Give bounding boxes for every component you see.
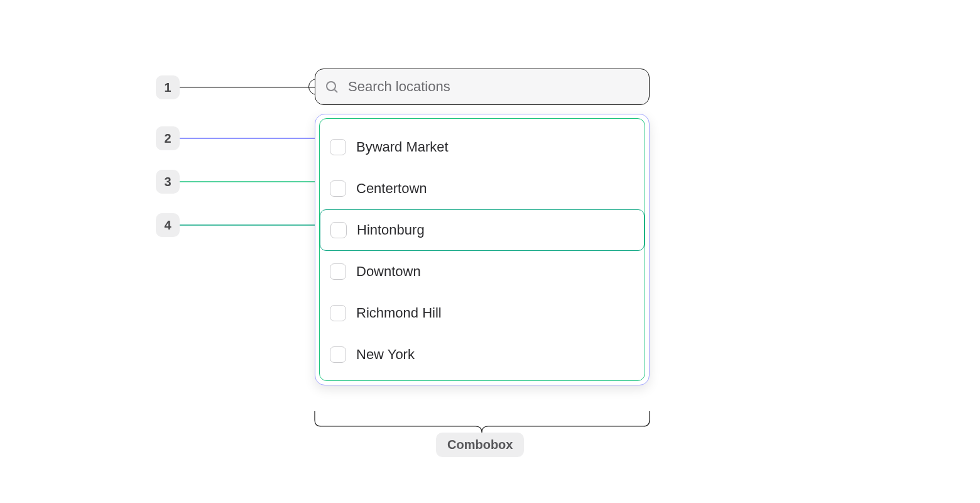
option-row[interactable]: New York bbox=[320, 334, 645, 375]
option-label: Hintonburg bbox=[357, 222, 425, 238]
annotation-badge-2: 2 bbox=[156, 126, 180, 150]
option-label: Byward Market bbox=[356, 139, 449, 155]
option-row[interactable]: Byward Market bbox=[320, 126, 645, 168]
component-caption: Combobox bbox=[436, 433, 524, 457]
option-label: Richmond Hill bbox=[356, 305, 442, 321]
option-row[interactable]: Downtown bbox=[320, 251, 645, 292]
option-checkbox[interactable] bbox=[330, 180, 346, 197]
option-checkbox[interactable] bbox=[330, 222, 347, 238]
annotation-badge-4: 4 bbox=[156, 213, 180, 237]
search-placeholder: Search locations bbox=[348, 79, 450, 95]
option-row[interactable]: Richmond Hill bbox=[320, 292, 645, 334]
option-checkbox[interactable] bbox=[330, 305, 346, 321]
option-label: New York bbox=[356, 346, 415, 363]
svg-point-4 bbox=[327, 82, 335, 91]
option-label: Centertown bbox=[356, 180, 427, 197]
option-checkbox[interactable] bbox=[330, 346, 346, 363]
option-checkbox[interactable] bbox=[330, 263, 346, 280]
annotation-badge-3: 3 bbox=[156, 170, 180, 194]
option-row[interactable]: Centertown bbox=[320, 168, 645, 209]
search-textfield[interactable]: Search locations bbox=[315, 69, 650, 105]
option-row[interactable]: Hintonburg bbox=[320, 209, 645, 251]
svg-line-5 bbox=[335, 90, 338, 93]
search-icon bbox=[324, 79, 339, 94]
listbox[interactable]: Byward MarketCentertownHintonburgDowntow… bbox=[319, 118, 645, 381]
annotation-badge-1: 1 bbox=[156, 75, 180, 99]
option-label: Downtown bbox=[356, 263, 421, 280]
option-checkbox[interactable] bbox=[330, 139, 346, 155]
popover: Byward MarketCentertownHintonburgDowntow… bbox=[315, 114, 650, 385]
